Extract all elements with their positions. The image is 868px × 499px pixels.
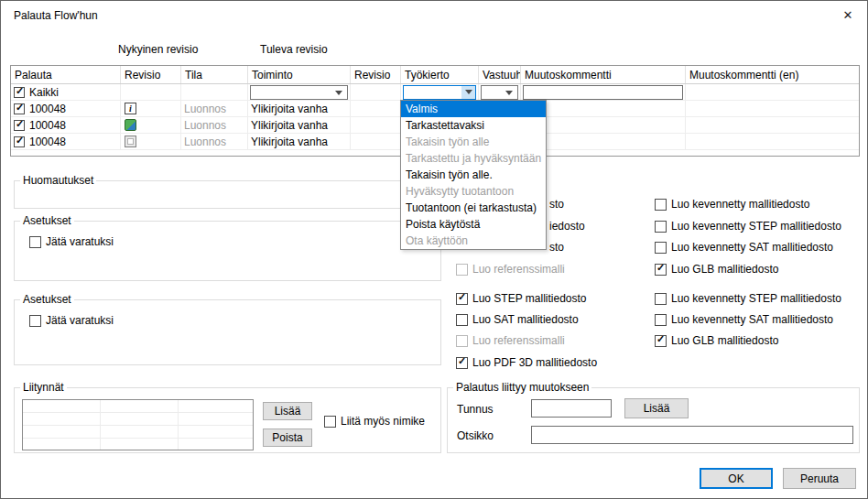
- ok-button[interactable]: OK: [700, 468, 773, 489]
- liitynnat-lisaa-button[interactable]: Lisää: [263, 402, 312, 420]
- chevron-down-icon: [505, 91, 513, 95]
- workflow-option-tuotantoon-ei-tarkastusta[interactable]: Tuotantoon (ei tarkastusta): [401, 200, 546, 216]
- column-header-muutoskommentti: Muutoskommentti: [521, 66, 686, 83]
- checkbox-box: [655, 314, 667, 326]
- jata-varatuksi-checkbox-2[interactable]: Jätä varatuksi: [29, 314, 114, 327]
- checkbox-label: Luo referenssimalli: [472, 263, 565, 276]
- option-label-fragment: sto: [549, 198, 564, 211]
- checkbox-label: Luo kevennetty SAT mallitiedosto: [671, 241, 833, 254]
- palautus-liittyy-muutokseen-label: Palautus liittyy muutokseen: [453, 381, 591, 394]
- checkbox-label: Luo STEP mallitiedosto: [472, 292, 587, 305]
- row-checkbox[interactable]: [14, 87, 25, 98]
- toiminto-value: Ylikirjoita vanha: [251, 136, 328, 148]
- vastuuhenkilo-combo[interactable]: [481, 85, 518, 100]
- luo-glb-mallitiedosto-checkbox-2[interactable]: Luo GLB mallitiedosto: [655, 334, 778, 347]
- liitynnat-group: Liitynnät Lisää Poista Liitä myös nimike: [14, 387, 441, 453]
- luo-kevennetty-step-mallitiedosto-checkbox-1[interactable]: Luo kevennetty STEP mallitiedosto: [655, 220, 841, 233]
- liitynnat-poista-button[interactable]: Poista: [263, 428, 312, 447]
- toiminto-value: Ylikirjoita vanha: [251, 119, 328, 132]
- muutoskommentti-input[interactable]: [523, 85, 683, 100]
- checkbox-box: [456, 264, 468, 276]
- close-button[interactable]: ✕: [838, 6, 858, 23]
- asetukset-label: Asetukset: [20, 214, 74, 227]
- row-label: 100048: [29, 119, 66, 132]
- workflow-option-takaisin-tyon-alle-2[interactable]: Takaisin työn alle.: [401, 167, 546, 183]
- checkbox-box: [29, 315, 41, 327]
- tila-value: Luonnos: [184, 136, 226, 148]
- workflow-option-takaisin-tyon-alle[interactable]: Takaisin työn alle: [401, 134, 546, 150]
- workflow-option-tarkastettavaksi[interactable]: Tarkastettavaksi: [401, 117, 546, 134]
- tila-value: Luonnos: [184, 103, 226, 115]
- checkbox-box: [324, 416, 336, 428]
- column-header-vastuuhenkilo: Vastuuh...: [479, 66, 521, 83]
- liitynnat-list[interactable]: [22, 399, 254, 450]
- checkbox-label: Luo SAT mallitiedosto: [472, 313, 579, 326]
- checkbox-box: [655, 221, 667, 233]
- workflow-option-tarkastettu-ja-hyvaksyntaan[interactable]: Tarkastettu ja hyväksyntään: [401, 150, 546, 167]
- table-header-row: Palauta Revisio Tila Toiminto Revisio Ty…: [11, 66, 859, 84]
- tyokierto-combo[interactable]: [403, 85, 476, 100]
- luo-sat-mallitiedosto-checkbox[interactable]: Luo SAT mallitiedosto: [456, 313, 579, 326]
- column-header-muutoskommentti-en: Muutoskommentti (en): [686, 66, 859, 83]
- row-label: Kaikki: [29, 86, 59, 99]
- checkbox-box: [655, 199, 667, 211]
- workflow-option-valmis[interactable]: Valmis: [401, 101, 546, 117]
- close-icon: ✕: [843, 8, 853, 22]
- luo-step-mallitiedosto-checkbox[interactable]: Luo STEP mallitiedosto: [456, 292, 587, 305]
- checkbox-label: Liitä myös nimike: [341, 415, 425, 428]
- checkbox-label: Luo GLB mallitiedosto: [671, 263, 778, 276]
- table-row-kaikki[interactable]: Kaikki: [11, 84, 859, 101]
- liita-myos-nimike-checkbox[interactable]: Liitä myös nimike: [324, 415, 425, 428]
- workflow-option-poista-kaytosta[interactable]: Poista käytöstä: [401, 216, 546, 233]
- model-icon: [125, 119, 136, 131]
- column-header-tila: Tila: [181, 66, 248, 83]
- asetukset-group-1: Asetukset Jätä varatuksi: [14, 221, 441, 281]
- muutos-lisaa-button[interactable]: Lisää: [624, 398, 689, 418]
- otsikko-label: Otsikko: [457, 429, 494, 442]
- luo-kevennetty-step-mallitiedosto-checkbox-2[interactable]: Luo kevennetty STEP mallitiedosto: [655, 292, 841, 305]
- palautus-liittyy-muutokseen-group: Palautus liittyy muutokseen Tunnus Lisää…: [447, 387, 860, 453]
- asetukset-label: Asetukset: [20, 293, 74, 306]
- checkbox-box: [655, 242, 667, 254]
- luo-glb-mallitiedosto-checkbox-1[interactable]: Luo GLB mallitiedosto: [655, 263, 778, 276]
- drawing-icon: [125, 136, 136, 147]
- row-checkbox[interactable]: [14, 103, 25, 114]
- row-label: 100048: [29, 103, 66, 115]
- row-checkbox[interactable]: [14, 120, 25, 131]
- asetukset-group-2: Asetukset Jätä varatuksi: [14, 299, 441, 365]
- column-header-revisio: Revisio: [121, 66, 181, 83]
- checkbox-label: Luo PDF 3D mallitiedosto: [472, 356, 597, 369]
- row-label: 100048: [29, 136, 66, 148]
- jata-varatuksi-checkbox-1[interactable]: Jätä varatuksi: [29, 235, 114, 248]
- luo-referenssimalli-checkbox-2[interactable]: Luo referenssimalli: [456, 334, 565, 347]
- info-icon: [125, 103, 136, 114]
- option-label-fragment: iedosto: [549, 220, 585, 233]
- toiminto-value: Ylikirjoita vanha: [251, 103, 328, 115]
- tila-value: Luonnos: [184, 119, 226, 132]
- workflow-option-ota-kayttoon[interactable]: Ota käyttöön: [401, 233, 546, 249]
- luo-kevennetty-mallitiedosto-checkbox[interactable]: Luo kevennetty mallitiedosto: [655, 198, 809, 211]
- palauta-flowhun-dialog: Palauta Flow'hun ✕ Nykyinen revisio Tule…: [0, 0, 868, 499]
- checkbox-box: [29, 236, 41, 248]
- row-checkbox[interactable]: [14, 136, 25, 147]
- tunnus-input[interactable]: [531, 399, 612, 418]
- peruuta-button[interactable]: Peruuta: [783, 468, 856, 489]
- luo-kevennetty-sat-mallitiedosto-checkbox-2[interactable]: Luo kevennetty SAT mallitiedosto: [655, 313, 833, 326]
- column-header-tyokierto: Työkierto: [401, 66, 479, 83]
- luo-referenssimalli-checkbox-1[interactable]: Luo referenssimalli: [456, 263, 565, 276]
- checkbox-label: Luo GLB mallitiedosto: [671, 334, 778, 347]
- luo-pdf-3d-mallitiedosto-checkbox[interactable]: Luo PDF 3D mallitiedosto: [456, 356, 597, 369]
- checkbox-box: [456, 357, 468, 369]
- huomautukset-label: Huomautukset: [20, 174, 96, 187]
- checkbox-box: [456, 335, 468, 347]
- checkbox-box: [456, 293, 468, 305]
- luo-kevennetty-sat-mallitiedosto-checkbox-1[interactable]: Luo kevennetty SAT mallitiedosto: [655, 241, 833, 254]
- checkbox-label: Luo kevennetty mallitiedosto: [671, 198, 809, 211]
- chevron-down-icon: [461, 86, 475, 99]
- tunnus-label: Tunnus: [457, 403, 494, 416]
- otsikko-input[interactable]: [531, 426, 853, 444]
- workflow-option-hyvaksytty-tuotantoon[interactable]: Hyväksytty tuotantoon: [401, 183, 546, 200]
- liitynnat-label: Liitynnät: [20, 381, 67, 394]
- checkbox-label: Jätä varatuksi: [46, 314, 114, 327]
- toiminto-combo[interactable]: [250, 85, 348, 100]
